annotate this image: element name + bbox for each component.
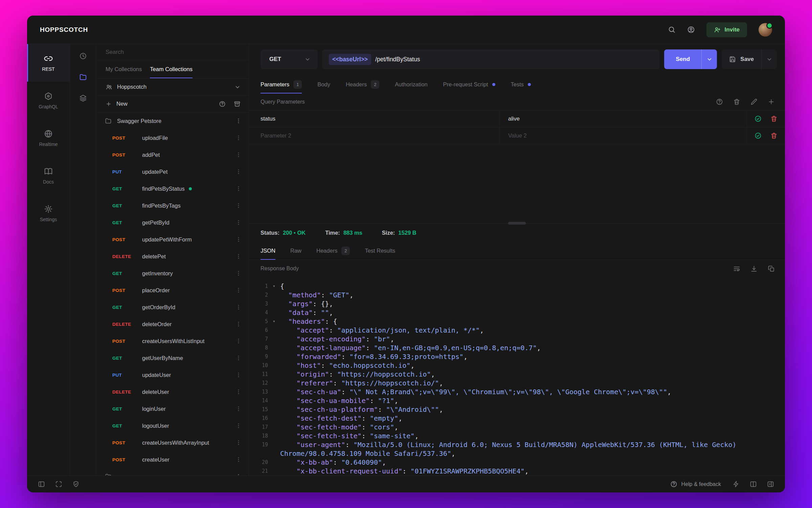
expand-icon[interactable] [55, 481, 62, 488]
collection-request[interactable]: POSTuploadFile [96, 129, 249, 146]
collection-request[interactable]: POSTcreateUsersWithListInput [96, 333, 249, 350]
collection-folder[interactable]: Swagger Petstore [96, 112, 249, 129]
more-options-icon[interactable] [235, 253, 242, 260]
more-options-icon[interactable] [235, 202, 242, 209]
more-options-icon[interactable] [235, 118, 242, 124]
tab-body[interactable]: Body [317, 75, 330, 93]
user-circle-icon[interactable] [687, 26, 695, 34]
tab-my-collections[interactable]: My Collections [106, 60, 142, 78]
copy-icon[interactable] [768, 265, 775, 272]
collection-request[interactable]: POSTcreateUser [96, 451, 249, 468]
layers-icon[interactable] [79, 94, 87, 102]
more-options-icon[interactable] [235, 372, 242, 378]
save-options-button[interactable] [761, 49, 777, 69]
collection-request[interactable]: GETfindPetsByStatus [96, 180, 249, 197]
more-options-icon[interactable] [235, 405, 242, 412]
delete-icon[interactable] [770, 115, 777, 122]
collection-request[interactable]: GETgetPetById [96, 214, 249, 231]
zap-icon[interactable] [732, 481, 740, 488]
add-icon[interactable] [768, 98, 775, 105]
panel-toggle-icon[interactable] [38, 481, 45, 488]
collection-request[interactable]: DELETEdeleteUser [96, 383, 249, 400]
shield-check-icon[interactable] [72, 481, 80, 488]
collection-request[interactable]: POSTupdatePetWithForm [96, 231, 249, 248]
tab-headers[interactable]: Headers2 [316, 242, 350, 260]
param-value-input[interactable]: Value 2 [499, 127, 747, 144]
tab-tests[interactable]: Tests [511, 75, 531, 93]
collection-request[interactable]: GETgetInventory [96, 265, 249, 282]
param-key-input[interactable]: status [249, 110, 499, 127]
collection-request[interactable]: GETfindPetsByTags [96, 197, 249, 214]
more-options-icon[interactable] [235, 388, 242, 395]
response-code[interactable]: 1▾{2 "method": "GET",3 "args": {},4 "dat… [249, 277, 785, 475]
more-options-icon[interactable] [235, 270, 242, 277]
more-options-icon[interactable] [235, 219, 242, 226]
new-collection-button[interactable]: New [116, 101, 128, 107]
download-icon[interactable] [750, 265, 758, 272]
nav-docs[interactable]: Docs [27, 157, 70, 194]
delete-icon[interactable] [770, 132, 777, 139]
help-feedback-button[interactable]: Help & feedback [670, 481, 721, 488]
nav-graphql[interactable]: GraphQL [27, 82, 70, 119]
search-icon[interactable] [668, 26, 676, 34]
nav-settings[interactable]: Settings [27, 194, 70, 232]
collection-request[interactable]: POSTcreateUsersWithArrayInput [96, 434, 249, 451]
columns-icon[interactable] [750, 481, 757, 488]
param-value-input[interactable]: alive [499, 110, 747, 127]
tab-headers[interactable]: Headers2 [346, 75, 379, 93]
tab-json[interactable]: JSON [261, 242, 275, 260]
more-options-icon[interactable] [235, 168, 242, 175]
more-options-icon[interactable] [235, 134, 242, 141]
collection-request[interactable]: DELETEdeletePet [96, 248, 249, 265]
tab-authorization[interactable]: Authorization [395, 75, 427, 93]
collection-request[interactable]: GETloginUser [96, 400, 249, 417]
check-circle-icon[interactable] [754, 132, 762, 139]
team-selector[interactable]: Hoppscotch [96, 79, 249, 96]
collection-folder[interactable] [96, 468, 249, 475]
collection-request[interactable]: PUTupdatePet [96, 163, 249, 180]
more-options-icon[interactable] [235, 321, 242, 327]
more-options-icon[interactable] [235, 338, 242, 344]
panel-right-icon[interactable] [767, 481, 774, 488]
send-button[interactable]: Send [664, 49, 717, 69]
nav-realtime[interactable]: Realtime [27, 119, 70, 157]
collection-request[interactable]: GETlogoutUser [96, 417, 249, 434]
collection-request[interactable]: POSTaddPet [96, 146, 249, 163]
more-options-icon[interactable] [235, 355, 242, 361]
send-options-button[interactable] [701, 49, 717, 69]
more-options-icon[interactable] [235, 304, 242, 311]
more-options-icon[interactable] [235, 422, 242, 429]
url-input[interactable]: <<baseUrl>> /pet/findByStatus [322, 49, 659, 69]
help-icon[interactable] [219, 101, 226, 107]
save-button[interactable]: Save [722, 49, 777, 69]
more-options-icon[interactable] [235, 473, 242, 475]
more-options-icon[interactable] [235, 151, 242, 158]
edit-icon[interactable] [750, 98, 758, 105]
nav-rest[interactable]: REST [27, 44, 70, 82]
fold-toggle-icon[interactable]: ▾ [268, 317, 280, 326]
more-options-icon[interactable] [235, 456, 242, 463]
more-options-icon[interactable] [235, 287, 242, 294]
collection-request[interactable]: GETgetOrderById [96, 299, 249, 316]
collection-request[interactable]: GETgetUserByName [96, 350, 249, 366]
delete-all-icon[interactable] [733, 98, 740, 105]
history-icon[interactable] [79, 52, 87, 60]
search-input[interactable] [96, 49, 249, 56]
more-options-icon[interactable] [235, 236, 242, 243]
collection-request[interactable]: POSTplaceOrder [96, 282, 249, 299]
avatar[interactable] [759, 23, 772, 37]
tab-pre-request-script[interactable]: Pre-request Script [443, 75, 495, 93]
tab-parameters[interactable]: Parameters1 [261, 75, 302, 93]
check-circle-icon[interactable] [754, 115, 762, 122]
pane-resize-handle[interactable] [508, 222, 526, 225]
help-icon[interactable] [716, 98, 723, 105]
more-options-icon[interactable] [235, 185, 242, 192]
archive-icon[interactable] [234, 101, 241, 107]
tab-raw[interactable]: Raw [290, 242, 301, 260]
wrap-lines-icon[interactable] [733, 265, 740, 272]
collection-request[interactable]: PUTupdateUser [96, 366, 249, 383]
collection-request[interactable]: DELETEdeleteOrder [96, 316, 249, 333]
param-key-input[interactable]: Parameter 2 [249, 127, 499, 144]
method-selector[interactable]: GET [261, 49, 317, 69]
tab-team-collections[interactable]: Team Collections [150, 60, 193, 78]
